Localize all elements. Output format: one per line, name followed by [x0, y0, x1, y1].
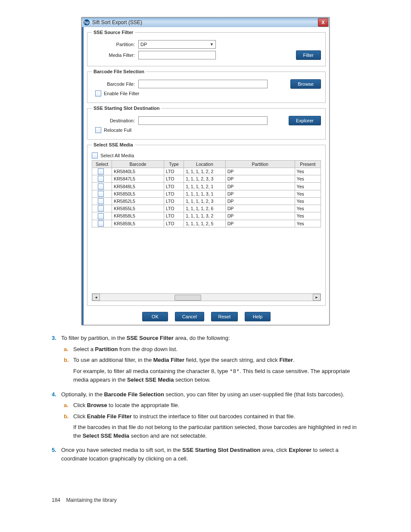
- col-type[interactable]: Type: [164, 161, 184, 168]
- relocate-full-label: Relocate Full: [104, 128, 131, 133]
- cell-present: Yes: [295, 197, 321, 205]
- dialog-body: SSE Source Filter Partition: DP ▼ Media …: [82, 27, 329, 325]
- cell-barcode: KR5847L5: [112, 175, 164, 183]
- row-checkbox[interactable]: [98, 168, 104, 174]
- row-checkbox[interactable]: [98, 176, 104, 182]
- table-row[interactable]: KR5848L5LTO1, 1, 1, 1, 2, 1DPYes: [92, 183, 321, 190]
- scroll-left-icon[interactable]: ◄: [92, 294, 100, 301]
- cell-type: LTO: [164, 205, 184, 212]
- cell-present: Yes: [295, 183, 321, 190]
- col-select[interactable]: Select: [92, 161, 112, 168]
- page-footer: 184 Maintaining the library: [52, 497, 359, 503]
- cell-location: 1, 1, 1, 1, 3, 1: [184, 190, 226, 197]
- instruction-list: To filter by partition, in the SSE Sourc…: [52, 334, 359, 463]
- hp-logo-icon: hp: [84, 19, 90, 25]
- row-checkbox[interactable]: [98, 213, 104, 219]
- cell-location: 1, 1, 1, 1, 3, 2: [184, 212, 226, 220]
- horizontal-scrollbar[interactable]: ◄ ►: [92, 293, 321, 301]
- media-filter-label: Media Filter:: [92, 53, 138, 58]
- destination-label: Destination:: [92, 118, 138, 123]
- cell-type: LTO: [164, 175, 184, 183]
- cell-partition: DP: [225, 190, 295, 197]
- sse-dialog: hp Sift Sort Export (SSE) X SSE Source F…: [81, 17, 330, 325]
- col-partition[interactable]: Partition: [225, 161, 295, 168]
- cell-location: 1, 1, 1, 1, 2, 6: [184, 205, 226, 212]
- cell-type: LTO: [164, 197, 184, 205]
- cell-partition: DP: [225, 168, 295, 175]
- cell-barcode: KR5840L5: [112, 168, 164, 175]
- filter-button[interactable]: Filter: [296, 50, 321, 60]
- cell-present: Yes: [295, 175, 321, 183]
- dialog-button-row: OK Cancel Reset Help: [87, 308, 326, 321]
- table-row[interactable]: KR5847L5LTO1, 1, 1, 2, 3, 3DPYes: [92, 175, 321, 183]
- cell-partition: DP: [225, 175, 295, 183]
- relocate-full-checkbox[interactable]: [95, 127, 101, 133]
- partition-label: Partition:: [92, 42, 138, 47]
- scroll-thumb[interactable]: [174, 295, 201, 301]
- sse-starting-slot-legend: SSE Starting Slot Destination: [92, 106, 161, 111]
- cell-location: 1, 1, 1, 1, 2, 1: [184, 183, 226, 190]
- barcode-file-input[interactable]: [138, 80, 268, 88]
- table-row[interactable]: KR5850L5LTO1, 1, 1, 1, 3, 1DPYes: [92, 190, 321, 197]
- title-bar: hp Sift Sort Export (SSE) X: [82, 18, 329, 27]
- page-number: 184: [52, 497, 60, 503]
- help-button[interactable]: Help: [245, 312, 271, 321]
- cell-partition: DP: [225, 183, 295, 190]
- destination-input[interactable]: [138, 116, 268, 125]
- barcode-file-legend: Barcode File Selection: [92, 69, 146, 74]
- enable-file-filter-label: Enable File Filter: [104, 91, 140, 96]
- table-row[interactable]: KR5859L5LTO1, 1, 1, 1, 2, 5DPYes: [92, 220, 321, 227]
- cell-type: LTO: [164, 183, 184, 190]
- cell-location: 1, 1, 1, 1, 2, 3: [184, 197, 226, 205]
- scroll-track[interactable]: [100, 294, 313, 300]
- cell-type: LTO: [164, 190, 184, 197]
- cell-present: Yes: [295, 220, 321, 227]
- cell-location: 1, 1, 1, 1, 2, 5: [184, 220, 226, 227]
- table-row[interactable]: KR5852L5LTO1, 1, 1, 1, 2, 3DPYes: [92, 197, 321, 205]
- reset-button[interactable]: Reset: [211, 312, 238, 321]
- table-row[interactable]: KR5858L5LTO1, 1, 1, 1, 3, 2DPYes: [92, 212, 321, 220]
- browse-button[interactable]: Browse: [290, 79, 321, 89]
- chevron-down-icon: ▼: [210, 42, 214, 47]
- explorer-button[interactable]: Explorer: [289, 116, 321, 125]
- sse-source-filter-legend: SSE Source Filter: [92, 30, 135, 35]
- cell-type: LTO: [164, 220, 184, 227]
- cancel-button[interactable]: Cancel: [175, 312, 204, 321]
- col-barcode[interactable]: Barcode: [112, 161, 164, 168]
- close-button[interactable]: X: [318, 18, 328, 27]
- row-checkbox[interactable]: [98, 198, 104, 204]
- cell-type: LTO: [164, 168, 184, 175]
- row-checkbox[interactable]: [98, 205, 104, 212]
- step-4b: Click Enable File Filter to instruct the…: [73, 412, 359, 440]
- cell-partition: DP: [225, 212, 295, 220]
- sse-source-filter-group: SSE Source Filter Partition: DP ▼ Media …: [87, 30, 326, 66]
- cell-barcode: KR5848L5: [112, 183, 164, 190]
- cell-partition: DP: [225, 197, 295, 205]
- step-3b: To use an additional filter, in the Medi…: [73, 356, 359, 384]
- cell-barcode: KR5852L5: [112, 197, 164, 205]
- cell-partition: DP: [225, 205, 295, 212]
- cell-type: LTO: [164, 212, 184, 220]
- partition-dropdown[interactable]: DP ▼: [138, 40, 216, 49]
- row-checkbox[interactable]: [98, 221, 104, 227]
- window-title: Sift Sort Export (SSE): [92, 19, 142, 25]
- partition-value: DP: [140, 42, 147, 47]
- cell-present: Yes: [295, 205, 321, 212]
- scroll-right-icon[interactable]: ►: [313, 294, 321, 301]
- row-checkbox[interactable]: [98, 191, 104, 197]
- ok-button[interactable]: OK: [142, 312, 168, 321]
- sse-starting-slot-group: SSE Starting Slot Destination Destinatio…: [87, 106, 326, 140]
- cell-barcode: KR5850L5: [112, 190, 164, 197]
- media-table-container: Select Barcode Type Location Partition P…: [92, 160, 321, 294]
- table-row[interactable]: KR5840L5LTO1, 1, 1, 1, 2, 2DPYes: [92, 168, 321, 175]
- media-filter-input[interactable]: [138, 51, 216, 59]
- enable-file-filter-checkbox[interactable]: [95, 90, 101, 96]
- select-all-media-label: Select All Media: [100, 153, 134, 158]
- select-all-media-checkbox[interactable]: [92, 152, 98, 159]
- col-location[interactable]: Location: [184, 161, 226, 168]
- cell-partition: DP: [225, 220, 295, 227]
- table-row[interactable]: KR5855L5LTO1, 1, 1, 1, 2, 6DPYes: [92, 205, 321, 212]
- col-present[interactable]: Present: [295, 161, 321, 168]
- row-checkbox[interactable]: [98, 184, 104, 190]
- cell-barcode: KR5855L5: [112, 205, 164, 212]
